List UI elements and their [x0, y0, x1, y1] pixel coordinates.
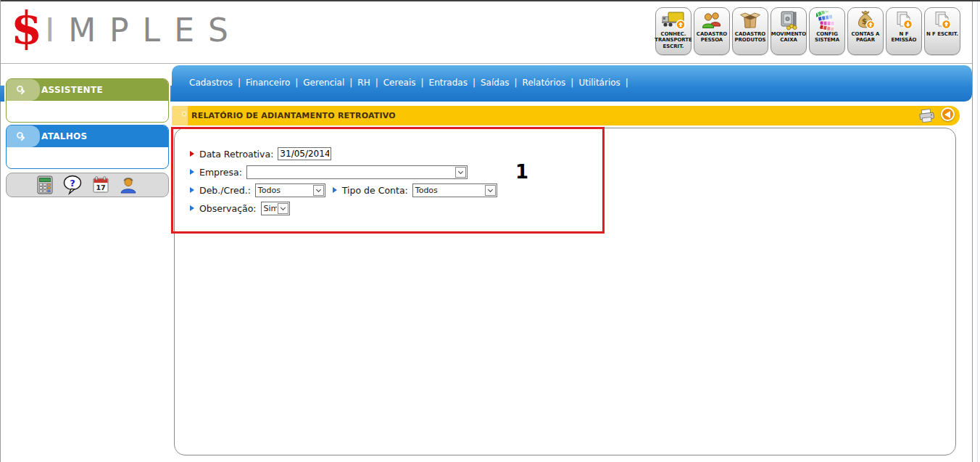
sidebar-panel-assistente: ASSISTENTE: [6, 78, 169, 123]
calendar-icon[interactable]: 17: [92, 176, 109, 194]
application-window: $ IMPLES CONHEC. TRANSPORTE ESCRIT.CADAS…: [0, 0, 980, 462]
toolbar-button-label: CONHEC. TRANSPORTE ESCRIT.: [655, 31, 692, 49]
arrow-circle-icon: [17, 86, 23, 92]
logo-first-letter: I: [45, 12, 68, 49]
menu-separator: |: [349, 78, 352, 88]
menu-item-gerencial[interactable]: Gerencial: [303, 78, 344, 88]
header: $ IMPLES CONHEC. TRANSPORTE ESCRIT.CADAS…: [1, 1, 972, 64]
menu-item-saidas[interactable]: Saídas: [481, 78, 510, 88]
calculator-icon[interactable]: [37, 176, 53, 194]
chevron-down-icon: [316, 186, 321, 191]
observacao-select[interactable]: Sim: [261, 202, 290, 215]
tipo-conta-select[interactable]: Todos: [412, 183, 497, 197]
document-down-icon: [894, 9, 914, 31]
svg-text:17: 17: [96, 183, 105, 191]
field-observacao: Observação: Sim: [190, 201, 290, 215]
app-logo: $ IMPLES: [11, 4, 242, 51]
back-icon[interactable]: [941, 107, 955, 121]
menu-item-rh[interactable]: RH: [357, 78, 370, 88]
bullet-icon: [190, 187, 194, 193]
toolbar-button-label: CADASTRO PRODUTOS: [734, 31, 767, 44]
empresa-select[interactable]: [246, 165, 468, 179]
bullet-icon: [333, 187, 337, 193]
atalhos-header[interactable]: ATALHOS: [7, 125, 168, 147]
combo-dropdown-button[interactable]: [455, 167, 466, 178]
dollar-sign-icon: $: [11, 4, 42, 51]
bullet-icon: [190, 151, 194, 157]
toolbar-button-movimento-caixa[interactable]: MOVIMENTO CAIXA: [771, 7, 807, 55]
menu-item-cereais[interactable]: Cereais: [383, 78, 416, 88]
sidebar-icon-tray: ?17: [6, 173, 169, 197]
assistente-title: ASSISTENTE: [41, 85, 103, 95]
menu-separator: |: [421, 78, 424, 88]
menu-separator: |: [626, 78, 628, 88]
tipo-conta-select-value: Todos: [413, 184, 484, 197]
toolbar-button-conhec-transporte-escrit[interactable]: CONHEC. TRANSPORTE ESCRIT.: [655, 7, 692, 55]
combo-dropdown-button[interactable]: [278, 203, 288, 214]
page-title: RELATÓRIO DE ADIANTAMENTO RETROATIVO: [191, 106, 396, 125]
assistente-header[interactable]: ASSISTENTE: [7, 79, 168, 101]
menu-items: Cadastros|Financeiro|Gerencial|RH|Cereai…: [172, 65, 972, 88]
menu-item-relatorios[interactable]: Relatórios: [523, 78, 566, 88]
toolbar-button-n-f-escrit[interactable]: N F ESCRIT.: [924, 7, 960, 55]
user-icon[interactable]: [119, 176, 138, 194]
window-frame-right: [972, 1, 973, 462]
toolbar-button-config-sistema[interactable]: CONFIG SISTEMA: [809, 7, 845, 55]
bullet-icon: [190, 169, 194, 175]
chevron-down-icon: [458, 168, 463, 173]
chevron-down-icon: [488, 186, 493, 191]
safe-icon: [778, 9, 799, 31]
toolbar-button-n-f-emissao[interactable]: N F EMISSÃO: [886, 7, 922, 55]
truck-icon: [660, 9, 686, 31]
menu-item-utilitarios[interactable]: Utilitários: [578, 78, 620, 88]
menu-item-financeiro[interactable]: Financeiro: [246, 78, 290, 88]
logo-text: IMPLES: [45, 4, 242, 46]
deb-cred-select[interactable]: Todos: [255, 183, 325, 197]
logo-rest: MPLES: [68, 12, 242, 49]
toolbar: CONHEC. TRANSPORTE ESCRIT.CADASTRO PESSO…: [655, 7, 960, 55]
observacao-select-value: Sim: [262, 202, 277, 215]
window-frame-left: [0, 0, 1, 462]
deb-cred-select-value: Todos: [256, 184, 312, 197]
toolbar-button-contas-a-pagar[interactable]: $CONTAS A PAGAR: [847, 7, 884, 55]
field-data-retroativa: Data Retroativa:: [190, 147, 331, 161]
toolbar-button-cadastro-produtos[interactable]: CADASTRO PRODUTOS: [732, 7, 768, 55]
toolbar-button-label: CONFIG SISTEMA: [810, 31, 844, 44]
sidebar-panel-atalhos: ATALHOS: [6, 125, 169, 169]
tipo-conta-label: Tipo de Conta:: [342, 185, 408, 196]
toolbar-button-label: CONTAS A PAGAR: [849, 31, 882, 44]
toolbar-button-cadastro-pessoa[interactable]: CADASTRO PESSOA: [694, 7, 730, 55]
toolbar-button-label: CADASTRO PESSOA: [695, 31, 728, 44]
data-retroativa-input[interactable]: [278, 147, 331, 160]
menu-item-cadastros[interactable]: Cadastros: [189, 78, 233, 88]
menu-separator: |: [238, 78, 241, 88]
menu-separator: |: [515, 78, 518, 88]
empresa-select-value: [247, 166, 454, 178]
window-frame-gutter: [977, 1, 978, 462]
chevron-down-icon: [281, 205, 286, 210]
menu-item-entradas[interactable]: Entradas: [429, 78, 468, 88]
svg-text:?: ?: [70, 178, 75, 189]
print-icon[interactable]: [918, 109, 936, 125]
menu-separator: |: [570, 78, 573, 88]
arrow-circle-icon: [17, 132, 23, 139]
toolbar-button-label: MOVIMENTO CAIXA: [771, 31, 806, 44]
menu-separator: |: [375, 78, 378, 88]
observacao-label: Observação:: [199, 203, 257, 214]
menu-separator: |: [473, 78, 476, 88]
field-deb-cred-tipo-conta: Deb./Cred.: Todos Tipo de Conta: Todos: [190, 183, 497, 197]
box-icon: [739, 9, 761, 31]
toolbar-button-label: N F ESCRIT.: [926, 31, 958, 37]
bullet-icon: [190, 205, 194, 211]
people-icon: [701, 9, 723, 31]
section-title-bar: RELATÓRIO DE ADIANTAMENTO RETROATIVO: [172, 106, 960, 125]
help-icon[interactable]: ?: [62, 175, 83, 195]
combo-dropdown-button[interactable]: [485, 185, 496, 196]
document-up-icon: [932, 9, 952, 31]
field-empresa: Empresa:: [190, 165, 468, 179]
menu-separator: |: [295, 78, 298, 88]
annotation-number: 1: [515, 161, 528, 183]
combo-dropdown-button[interactable]: [313, 185, 324, 196]
data-retroativa-label: Data Retroativa:: [199, 149, 273, 160]
menu-bar: Cadastros|Financeiro|Gerencial|RH|Cereai…: [172, 65, 972, 102]
